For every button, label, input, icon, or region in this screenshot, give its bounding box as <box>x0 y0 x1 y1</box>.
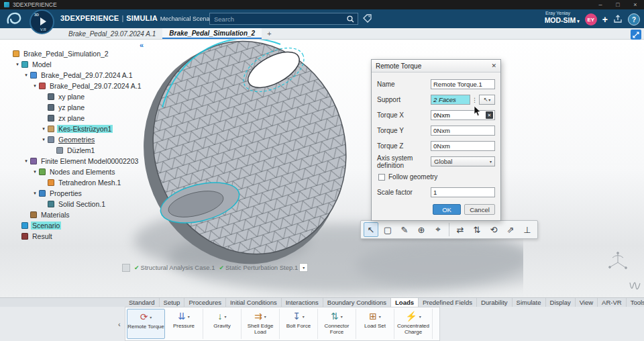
support-options-icon[interactable]: ⋮ <box>472 97 478 103</box>
scale-factor-input[interactable] <box>431 187 495 197</box>
view-compass-icon[interactable] <box>606 251 629 274</box>
minimize-button[interactable]: – <box>592 1 609 8</box>
tree-item-properties[interactable]: ▾ Properties <box>3 188 157 199</box>
select-box-icon[interactable]: ▢ <box>380 222 395 237</box>
tool-dropdown-icon[interactable]: ▾ <box>264 314 266 319</box>
expand-panel-icon[interactable] <box>631 30 641 40</box>
dialog-close-icon[interactable]: ✕ <box>491 62 496 69</box>
ribbon-tab[interactable]: Tools <box>627 298 644 307</box>
search-icon[interactable] <box>347 15 354 23</box>
translate-x-icon[interactable]: ⇄ <box>453 222 468 237</box>
tool-dropdown-icon[interactable]: ▾ <box>341 314 343 319</box>
probe-target-icon[interactable]: ⌖ <box>431 222 445 237</box>
tree-item-product[interactable]: ▾ Brake_Pedal_29.07.2024 A.1 <box>3 70 157 81</box>
cancel-button[interactable]: Cancel <box>464 204 495 215</box>
tool-dropdown-icon[interactable]: ▾ <box>150 315 152 320</box>
support-picker-button[interactable]: ↖ ▾ <box>479 95 495 105</box>
tree-item-duzlem[interactable]: Düzlem1 <box>3 145 157 156</box>
tool-remote-torque[interactable]: ⟳ ▾ Remote Torque <box>127 309 165 339</box>
tree-item-pad[interactable]: ▾ Kes-Ekstrüzyon1 <box>3 124 157 134</box>
tab-brake-pedal-product[interactable]: Brake_Pedal_29.07.2024 A.1 <box>62 28 162 39</box>
share-icon[interactable] <box>613 14 623 23</box>
tool-shell-edge-load[interactable]: ⇉ ▾ Shell Edge Load <box>241 309 280 339</box>
add-button[interactable]: + <box>602 14 608 25</box>
torque-z-input[interactable] <box>431 141 495 151</box>
ribbon-tab[interactable]: Standard <box>125 298 160 307</box>
step-dropdown-icon[interactable]: ▾ <box>299 263 308 272</box>
select-add-icon[interactable]: ⊕ <box>414 222 429 237</box>
tree-item-geometries[interactable]: ▾ Geometries <box>3 134 157 145</box>
tree-item-model[interactable]: ▾ Model <box>3 59 157 70</box>
tree-item-solid-section[interactable]: Solid Section.1 <box>3 199 157 209</box>
select-edit-icon[interactable]: ✎ <box>397 222 412 237</box>
tool-dropdown-icon[interactable]: ▾ <box>188 314 190 319</box>
tree-item-materials[interactable]: Materials <box>3 209 157 220</box>
tree-collapse-icon[interactable]: « <box>140 41 144 49</box>
ribbon-tab[interactable]: Loads <box>391 298 419 307</box>
help-icon[interactable]: ? <box>628 13 640 26</box>
tree-item-zx-plane[interactable]: zx plane <box>3 113 157 124</box>
tree-item-xy-plane[interactable]: xy plane <box>3 91 157 102</box>
tree-expander-icon[interactable]: ▾ <box>32 191 38 196</box>
clear-field-icon[interactable]: ✕ <box>486 111 493 119</box>
tree-item-nodes[interactable]: ▾ Nodes and Elements <box>3 166 157 177</box>
play-3d-button[interactable]: 3D V.R <box>30 9 54 34</box>
tree-item-part[interactable]: ▾ Brake_Pedal_29.07.2024 A.1 <box>3 81 157 91</box>
tree-item-mesh[interactable]: Tetrahedron Mesh.1 <box>3 177 157 188</box>
ribbon-tab[interactable]: Predefined Fields <box>419 298 477 307</box>
translate-y-icon[interactable]: ⇅ <box>470 222 484 237</box>
tree-item-result[interactable]: Result <box>3 231 157 242</box>
tool-dropdown-icon[interactable]: ▾ <box>303 314 305 319</box>
move-diagonal-icon[interactable]: ⇗ <box>503 222 518 237</box>
tag-icon[interactable] <box>363 14 372 23</box>
dialog-titlebar[interactable]: Remote Torque ✕ <box>372 60 500 72</box>
ribbon-tab[interactable]: Setup <box>160 298 185 307</box>
torque-y-input[interactable] <box>431 126 495 136</box>
ribbon-tab[interactable]: View <box>576 298 598 307</box>
tool-dropdown-icon[interactable]: ▾ <box>224 314 226 319</box>
tree-expander-icon[interactable]: ▾ <box>32 169 38 175</box>
ribbon-tab[interactable]: Interactions <box>282 298 323 307</box>
tool-connector-force[interactable]: ⇅ ▾ Connector Force <box>318 309 356 339</box>
ribbon-tab[interactable]: Display <box>546 298 576 307</box>
maximize-button[interactable]: □ <box>609 1 627 8</box>
workspace-selector[interactable]: MOD-SIM▾ <box>545 16 580 24</box>
3ds-compass-logo[interactable] <box>5 11 23 27</box>
tool-bolt-force[interactable]: ↧ ▾ Bolt Force <box>280 309 318 339</box>
ribbon-tab[interactable]: AR-VR <box>598 298 627 307</box>
tree-expander-icon[interactable]: ▾ <box>32 83 38 89</box>
close-button[interactable]: × <box>627 1 644 8</box>
tool-pressure[interactable]: ⇊ ▾ Pressure <box>165 309 203 339</box>
tool-load-set[interactable]: ⊞ ▾ Load Set <box>356 309 394 339</box>
tree-item-scenario[interactable]: Scenario <box>3 220 157 231</box>
new-tab-button[interactable]: + <box>262 30 276 38</box>
support-input[interactable] <box>431 95 470 105</box>
follow-geometry-checkbox[interactable] <box>378 174 385 181</box>
tree-expander-icon[interactable]: ▾ <box>23 72 30 78</box>
tree-expander-icon[interactable]: ▾ <box>40 126 47 132</box>
ribbon-tab[interactable]: Initial Conditions <box>226 298 282 307</box>
perturbation-step-status[interactable]: ✔ Static Perturbation Step.1 ▾ <box>219 263 308 272</box>
search-input[interactable] <box>210 15 347 23</box>
tree-expander-icon[interactable]: ▾ <box>14 62 21 67</box>
3d-viewport[interactable]: « <box>0 40 644 297</box>
tool-dropdown-icon[interactable]: ▾ <box>379 314 381 319</box>
ribbon-tab[interactable]: Boundary Conditions <box>323 298 391 307</box>
axis-system-select[interactable]: Global ▾ <box>431 156 495 166</box>
axis-triad-icon[interactable]: ⊥ <box>520 222 535 237</box>
name-input[interactable] <box>431 79 495 89</box>
tool-gravity[interactable]: ↓ ▾ Gravity <box>203 309 241 339</box>
rotate-icon[interactable]: ⟲ <box>486 222 501 237</box>
tree-expander-icon[interactable]: ▾ <box>40 137 47 142</box>
tree-item-yz-plane[interactable]: yz plane <box>3 102 157 113</box>
tree-expander-icon[interactable]: ▾ <box>23 158 30 164</box>
avatar[interactable]: EY <box>585 13 597 26</box>
tab-brake-pedal-simulation[interactable]: Brake_Pedal_Simulation_2 <box>162 28 262 39</box>
ribbon-tab[interactable]: Procedures <box>184 298 226 307</box>
ok-button[interactable]: OK <box>433 204 461 215</box>
select-arrow-icon[interactable]: ↖ <box>364 222 378 237</box>
tool-dropdown-icon[interactable]: ▾ <box>419 314 421 319</box>
ribbon-collapse-icon[interactable]: ‹ <box>118 320 121 328</box>
tree-item-fem[interactable]: ▾ Finite Element Model00002203 <box>3 156 157 166</box>
ribbon-tab[interactable]: Durability <box>477 298 513 307</box>
